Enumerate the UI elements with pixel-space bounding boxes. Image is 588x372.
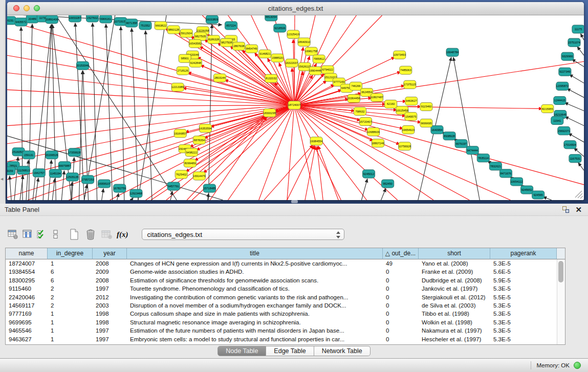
graph-node[interactable]: 798632 xyxy=(354,107,366,115)
table-row[interactable]: 969969511998Structural magnetic resonanc… xyxy=(6,318,557,326)
graph-node[interactable]: 9242848 xyxy=(189,59,202,67)
graph-node[interactable]: 9115460 xyxy=(420,102,432,111)
graph-node[interactable]: 12923468 xyxy=(130,189,142,198)
table-mode-button[interactable] xyxy=(7,228,18,240)
graph-node[interactable]: 11941 xyxy=(551,117,563,125)
float-panel-icon[interactable] xyxy=(562,206,570,213)
graph-node[interactable]: 16543582 xyxy=(189,39,201,48)
scrollbar-thumb[interactable] xyxy=(558,261,563,282)
graph-node[interactable]: 20489 xyxy=(26,15,38,23)
graph-node[interactable]: 9699695 xyxy=(420,119,432,127)
graph-node[interactable]: 39159 xyxy=(7,167,15,175)
graph-node[interactable]: 16961758 xyxy=(305,47,317,55)
graph-node[interactable]: 9245652 xyxy=(521,186,533,194)
graph-node[interactable]: 8099489 xyxy=(184,159,196,167)
graph-node[interactable]: 1145194 xyxy=(49,169,61,178)
graph-node[interactable]: 17957253 xyxy=(81,176,94,184)
graph-node[interactable]: 746266 xyxy=(350,82,362,90)
graph-node[interactable]: 16231 xyxy=(7,16,16,25)
table-row[interactable]: 946362711997Embryonic stem cells: a mode… xyxy=(6,335,557,343)
window-titlebar[interactable]: citations_edges.txt xyxy=(7,2,584,15)
graph-node[interactable]: 10654112 xyxy=(510,178,522,186)
graph-node[interactable]: 20364456 xyxy=(347,94,360,102)
graph-node[interactable]: 8186328 xyxy=(207,35,220,43)
graph-node[interactable]: 7835114 xyxy=(477,154,489,162)
delete-column-button[interactable] xyxy=(85,228,96,240)
graph-node[interactable]: 9146821 xyxy=(259,50,271,58)
graph-node[interactable]: 15718485 xyxy=(203,184,215,192)
graph-node[interactable]: 9463627 xyxy=(405,97,418,105)
graph-node[interactable]: 2867608 xyxy=(233,42,245,50)
column-header-out_de[interactable]: △ out_de... xyxy=(383,248,419,259)
graph-node[interactable]: 16322037 xyxy=(286,59,298,67)
graph-node[interactable]: 15751074 xyxy=(568,38,580,47)
graph-node[interactable]: 9498222 xyxy=(185,148,198,157)
column-header-in_degree[interactable]: in_degree xyxy=(48,248,93,259)
graph-node[interactable]: 9860128 xyxy=(167,26,180,34)
graph-node[interactable]: 9405572 xyxy=(15,18,27,26)
column-header-name[interactable]: name xyxy=(6,248,48,259)
graph-node[interactable]: 19166857 xyxy=(174,129,186,138)
graph-node[interactable]: 1640954 xyxy=(431,126,443,134)
graph-node[interactable]: 1167531 xyxy=(569,155,581,163)
memory-ok-indicator[interactable] xyxy=(574,362,581,369)
graph-node[interactable]: 8813054 xyxy=(265,15,277,21)
graph-node[interactable]: 7625402 xyxy=(175,170,187,179)
new-column-button[interactable] xyxy=(69,228,80,240)
graph-node[interactable]: 20206526 xyxy=(46,151,58,159)
graph-node[interactable]: 8471676 xyxy=(499,169,512,178)
table-row[interactable]: 911546021997Tourette syndrome. Phenomeno… xyxy=(6,285,557,293)
graph-node[interactable]: 1244415 xyxy=(554,96,566,104)
select-all-button[interactable] xyxy=(36,228,47,240)
graph-node[interactable]: 17016504 xyxy=(564,141,576,149)
table-row[interactable]: 1830029562008Estimation of significance … xyxy=(6,276,557,285)
graph-node[interactable]: 8215955 xyxy=(541,104,554,113)
graph-node[interactable]: 18640910 xyxy=(298,38,310,46)
graph-node[interactable]: 9329966 xyxy=(561,52,574,60)
graph-node[interactable]: 952450 xyxy=(382,180,394,188)
graph-node[interactable]: 159131 xyxy=(23,151,35,159)
graph-node[interactable]: 10973493 xyxy=(393,51,405,59)
graph-node[interactable]: 15692071 xyxy=(558,127,570,135)
graph-node[interactable]: 9474444 xyxy=(466,146,478,155)
left-splitter-strip[interactable]: ◀ xyxy=(0,0,6,204)
graph-node[interactable]: 9227349 xyxy=(559,68,571,76)
table-row[interactable]: 977716911998Corpus callosum shape and si… xyxy=(6,310,557,318)
graph-node[interactable]: 9457791 xyxy=(167,182,180,190)
graph-node[interactable]: 11156813 xyxy=(17,166,30,174)
graph-node[interactable]: 16958107 xyxy=(98,180,110,188)
graph-node[interactable]: 20891406 xyxy=(46,15,58,24)
graph-node[interactable]: 1527602 xyxy=(86,15,99,22)
graph-node[interactable]: 16648784 xyxy=(446,48,459,56)
graph-node[interactable]: 1549575 xyxy=(405,113,417,121)
graph-node[interactable]: 16353594 xyxy=(199,124,211,133)
column-header-year[interactable]: year xyxy=(93,248,127,259)
column-header-pagerank[interactable]: pagerank xyxy=(490,248,557,259)
graph-node[interactable]: 10653287 xyxy=(69,15,81,22)
table-row[interactable]: 946554611997Estimation of the future num… xyxy=(6,326,557,335)
graph-node[interactable]: 17375115 xyxy=(404,80,416,89)
table-selector[interactable]: citations_edges.txt xyxy=(142,229,344,240)
graph-node[interactable]: 9827508 xyxy=(220,38,232,47)
graph-node[interactable]: 8938928 xyxy=(443,132,455,140)
graph-node[interactable]: 12505135 xyxy=(66,173,78,181)
tab-network-table[interactable]: Network Table xyxy=(314,346,371,356)
graph-node[interactable]: 12325419 xyxy=(287,30,299,38)
graph-node[interactable]: 751552 xyxy=(139,21,151,30)
table-row[interactable]: 1938455462009Genome-wide association stu… xyxy=(6,268,557,276)
graph-node[interactable]: 9671358 xyxy=(125,19,138,27)
graph-node[interactable]: 5912934 xyxy=(180,29,192,37)
graph-node[interactable]: 2803144 xyxy=(213,74,226,82)
graph-node[interactable]: 857224 xyxy=(225,21,237,30)
graph-node[interactable]: 15720407 xyxy=(359,118,372,126)
network-graph[interactable]: 1623194055722048911734208914061065328715… xyxy=(7,15,584,200)
graph-node[interactable]: 10807487 xyxy=(371,93,383,101)
close-panel-icon[interactable]: ✕ xyxy=(575,205,582,214)
graph-node[interactable]: 12213389 xyxy=(171,83,184,91)
graph-node[interactable]: 98901 xyxy=(179,54,191,62)
graph-node[interactable]: 18807249 xyxy=(372,139,384,147)
graph-node[interactable]: 16914479 xyxy=(193,172,205,180)
graph-node[interactable]: 7485063 xyxy=(400,66,412,74)
graph-node[interactable]: 924565 xyxy=(532,191,545,199)
graph-node[interactable]: 8878354 xyxy=(193,136,205,144)
